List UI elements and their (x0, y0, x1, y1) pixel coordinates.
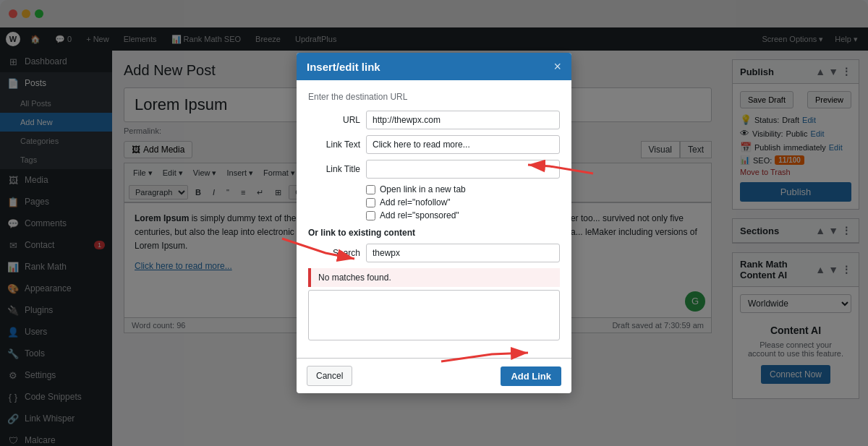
nofollow-row: Add rel="nofollow" (308, 197, 560, 207)
modal-close-button[interactable]: × (553, 60, 561, 73)
nofollow-label: Add rel="nofollow" (380, 197, 451, 207)
search-label: Search (308, 248, 360, 258)
url-input[interactable] (366, 111, 560, 129)
modal-body: Enter the destination URL URL Link Text … (297, 80, 571, 358)
url-label: URL (308, 115, 360, 125)
sponsored-checkbox[interactable] (366, 211, 375, 220)
modal-overlay: Insert/edit link × Enter the destination… (0, 0, 868, 446)
url-row: URL (308, 111, 560, 129)
link-title-input[interactable] (366, 160, 560, 179)
link-title-label: Link Title (308, 164, 360, 174)
modal-header: Insert/edit link × (297, 53, 571, 80)
sponsored-label: Add rel="sponsored" (380, 210, 459, 220)
link-text-row: Link Text (308, 135, 560, 154)
cancel-button[interactable]: Cancel (307, 366, 352, 386)
open-new-tab-checkbox[interactable] (366, 185, 375, 194)
search-row: Search (308, 244, 560, 262)
sponsored-row: Add rel="sponsored" (308, 210, 560, 220)
insert-edit-link-modal: Insert/edit link × Enter the destination… (297, 53, 571, 393)
search-input[interactable] (366, 244, 560, 262)
link-text-input[interactable] (366, 135, 560, 154)
no-matches-text: No matches found. (318, 273, 391, 283)
modal-desc: Enter the destination URL (308, 92, 560, 102)
or-link-section: Or link to existing content (308, 228, 560, 238)
add-link-button[interactable]: Add Link (501, 366, 561, 386)
no-matches-box: No matches found. (308, 268, 560, 287)
nofollow-checkbox[interactable] (366, 198, 375, 207)
link-title-row: Link Title (308, 160, 560, 179)
or-link-label: Or link to existing content (308, 228, 415, 238)
search-results-box (308, 290, 560, 340)
link-text-label: Link Text (308, 140, 360, 150)
open-new-tab-label: Open link in a new tab (380, 184, 466, 194)
modal-footer: Cancel Add Link (297, 358, 571, 393)
open-new-tab-row: Open link in a new tab (308, 184, 560, 194)
modal-title: Insert/edit link (307, 61, 380, 73)
